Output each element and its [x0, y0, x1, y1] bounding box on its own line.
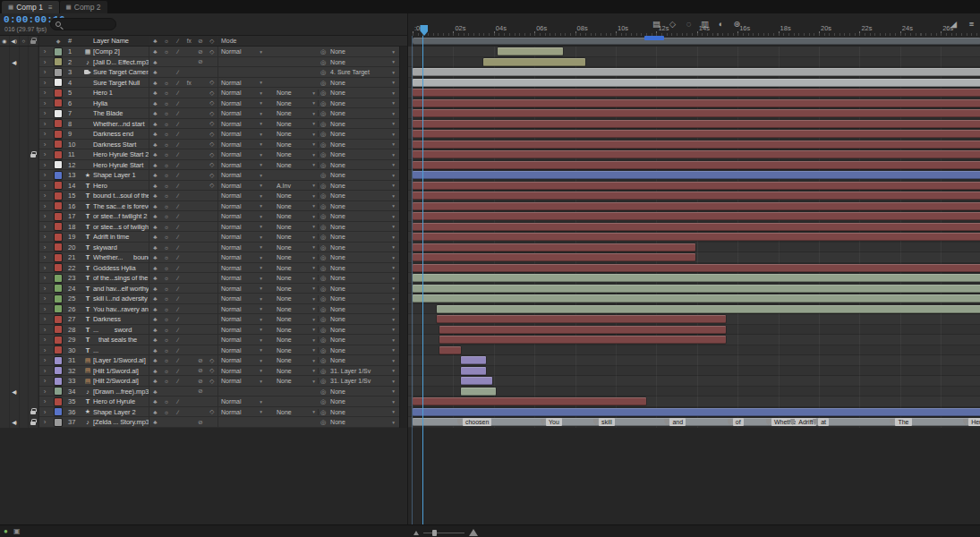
video-toggle[interactable]: [0, 191, 10, 201]
collapse-switch[interactable]: ☼: [161, 243, 173, 253]
pick-whip-icon[interactable]: ◎: [320, 224, 326, 230]
layer-row[interactable]: ›29T that seals the♣☼∕Normal▾None▾◎None▾: [0, 335, 399, 345]
3d-layer-switch[interactable]: [206, 304, 217, 315]
quality-switch[interactable]: ∕: [172, 88, 183, 98]
solo-toggle[interactable]: [20, 57, 30, 68]
shy-switch[interactable]: ♣: [149, 345, 161, 356]
expand-arrow[interactable]: ›: [39, 315, 50, 323]
effects-switch[interactable]: [183, 149, 195, 160]
audio-toggle[interactable]: [10, 345, 20, 356]
solo-toggle[interactable]: [20, 304, 30, 315]
shy-switch[interactable]: ♣: [149, 252, 161, 263]
layer-duration-bar[interactable]: [413, 68, 980, 76]
solo-toggle[interactable]: [20, 201, 30, 212]
frame-blend-switch[interactable]: [195, 284, 207, 294]
mode-dropdown[interactable]: Normal▾: [218, 286, 265, 292]
expand-arrow[interactable]: ›: [39, 150, 50, 158]
expand-arrow[interactable]: ›: [39, 202, 50, 210]
effects-switch[interactable]: [183, 98, 195, 109]
parent-dropdown[interactable]: None▾: [328, 110, 397, 116]
label-color-swatch[interactable]: [55, 419, 62, 426]
label-color-swatch[interactable]: [55, 254, 62, 261]
3d-layer-switch[interactable]: [206, 335, 217, 345]
effects-switch[interactable]: [183, 119, 195, 130]
video-toggle[interactable]: [0, 67, 10, 78]
lock-toggle[interactable]: [29, 88, 38, 98]
solo-toggle[interactable]: [20, 284, 30, 294]
parent-dropdown[interactable]: 31. Layer 1/Sv▾: [328, 378, 397, 384]
lock-toggle[interactable]: [29, 387, 38, 397]
3d-layer-switch[interactable]: ◇: [206, 355, 217, 366]
parent-dropdown[interactable]: None▾: [328, 151, 397, 158]
3d-layer-switch[interactable]: [206, 273, 217, 284]
3d-layer-switch[interactable]: [206, 325, 217, 336]
collapse-switch[interactable]: ☼: [161, 181, 173, 192]
audio-toggle[interactable]: [10, 325, 20, 336]
video-toggle[interactable]: [0, 335, 10, 345]
shy-switch[interactable]: ♣: [149, 129, 161, 140]
3d-layer-switch[interactable]: [206, 211, 217, 222]
lock-toggle[interactable]: [29, 376, 38, 387]
layer-duration-bar[interactable]: [437, 315, 725, 323]
video-toggle[interactable]: [0, 407, 10, 418]
layer-duration-bar[interactable]: [461, 388, 496, 396]
effects-switch[interactable]: [183, 222, 195, 233]
expand-arrow[interactable]: ›: [39, 120, 50, 128]
solo-toggle[interactable]: [20, 232, 30, 243]
expand-arrow[interactable]: ›: [39, 89, 50, 97]
video-toggle[interactable]: [0, 47, 10, 57]
parent-dropdown[interactable]: None▾: [328, 213, 397, 219]
expand-arrow[interactable]: ›: [39, 294, 50, 303]
parent-dropdown[interactable]: None▾: [328, 275, 397, 281]
mode-dropdown[interactable]: Normal▾: [218, 357, 265, 363]
audio-toggle[interactable]: [10, 88, 20, 98]
layer-row[interactable]: ›9Darkness end♣☼∕◇Normal▾None▾◎None▾: [0, 129, 399, 140]
layer-duration-bar[interactable]: [413, 109, 980, 117]
shy-switch[interactable]: ♣: [149, 181, 161, 192]
layer-marker[interactable]: choosen: [457, 418, 491, 426]
label-color-swatch[interactable]: [55, 388, 62, 395]
video-toggle[interactable]: [0, 201, 10, 212]
collapse-switch[interactable]: ☼: [161, 294, 173, 304]
3d-layer-switch[interactable]: [206, 263, 217, 274]
trkmat-dropdown[interactable]: None▾: [274, 131, 318, 137]
pick-whip-icon[interactable]: ◎: [320, 69, 326, 75]
mode-dropdown[interactable]: Normal▾: [218, 398, 265, 405]
collapse-switch[interactable]: ☼: [161, 222, 173, 233]
solo-toggle[interactable]: [20, 396, 30, 407]
lock-toggle[interactable]: [29, 222, 38, 233]
search-field[interactable]: [50, 18, 116, 30]
collapse-switch[interactable]: [161, 57, 173, 68]
quality-switch[interactable]: ∕: [172, 376, 183, 387]
shy-switch[interactable]: ♣: [149, 47, 161, 57]
mode-dropdown[interactable]: Normal▾: [218, 306, 265, 312]
live-update-indicator[interactable]: ●: [4, 528, 8, 535]
playhead-handle[interactable]: [420, 25, 428, 36]
shy-switch[interactable]: ♣: [149, 366, 161, 377]
parent-dropdown[interactable]: None▾: [328, 48, 397, 55]
label-color-swatch[interactable]: [55, 234, 62, 241]
layer-duration-bar[interactable]: [413, 150, 980, 158]
frame-blend-switch[interactable]: [195, 201, 207, 212]
collapse-switch[interactable]: ☼: [161, 129, 173, 140]
expand-arrow[interactable]: ›: [39, 109, 50, 117]
collapse-switch[interactable]: ☼: [161, 304, 173, 315]
collapse-switch[interactable]: ☼: [161, 325, 173, 336]
mode-dropdown[interactable]: Normal▾: [218, 244, 265, 251]
pick-whip-icon[interactable]: ◎: [320, 48, 326, 55]
parent-dropdown[interactable]: None▾: [328, 265, 397, 271]
pick-whip-icon[interactable]: ◎: [320, 213, 326, 219]
collapse-switch[interactable]: ☼: [161, 263, 173, 274]
lock-toggle[interactable]: [29, 140, 38, 150]
collapse-switch[interactable]: ☼: [161, 119, 173, 130]
label-color-swatch[interactable]: [55, 275, 62, 282]
video-toggle[interactable]: [0, 119, 10, 130]
label-color-swatch[interactable]: [55, 58, 62, 65]
effects-switch[interactable]: [183, 140, 195, 150]
quality-switch[interactable]: ∕: [172, 222, 183, 233]
mode-dropdown[interactable]: Normal▾: [218, 295, 265, 302]
collapse-switch[interactable]: ☼: [161, 47, 173, 57]
shy-switch[interactable]: ♣: [149, 222, 161, 233]
solo-toggle[interactable]: [20, 129, 30, 140]
layer-duration-bar[interactable]: [439, 326, 726, 334]
